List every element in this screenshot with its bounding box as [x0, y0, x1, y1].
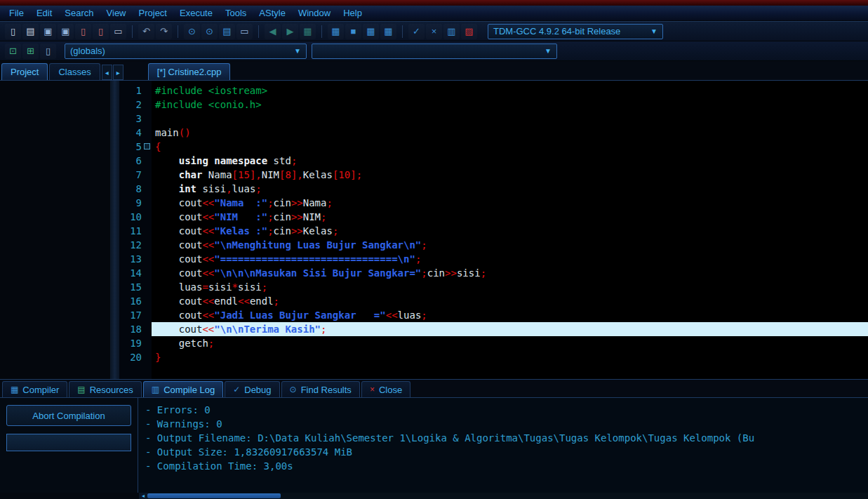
- gutter-line[interactable]: 1: [119, 84, 152, 98]
- tab-scroll-left-button[interactable]: ◂: [102, 65, 112, 80]
- menu-item-edit[interactable]: Edit: [30, 6, 58, 20]
- gutter-line[interactable]: 9: [119, 196, 152, 210]
- print-button[interactable]: ▭: [110, 24, 126, 39]
- fold-marker-icon[interactable]: [144, 143, 150, 149]
- gutter-line[interactable]: 20: [119, 350, 152, 364]
- code-line[interactable]: using namespace std;: [152, 154, 868, 168]
- abort-button[interactable]: ×: [426, 24, 442, 39]
- code-line[interactable]: cout<<"Nama :";cin>>Nama;: [152, 196, 868, 210]
- code-area[interactable]: #include <iostream>#include <conio.h>mai…: [152, 81, 868, 379]
- code-line[interactable]: cout<<endl<<endl;: [152, 294, 868, 308]
- code-line[interactable]: cout<<"NIM :";cin>>NIM;: [152, 210, 868, 224]
- menu-item-file[interactable]: File: [3, 6, 30, 20]
- code-line[interactable]: cout<<"\n\nTerima Kasih";: [152, 322, 868, 336]
- history-button[interactable]: ▦: [300, 24, 316, 39]
- gutter-line[interactable]: 13: [119, 252, 152, 266]
- code-line[interactable]: cout<<"Jadi Luas Bujur Sangkar ="<<luas;: [152, 308, 868, 322]
- save-button[interactable]: ▣: [40, 24, 56, 39]
- code-line[interactable]: #include <conio.h>: [152, 98, 868, 112]
- tab-close[interactable]: ×Close: [361, 381, 410, 397]
- tab-compiler[interactable]: ▦Compiler: [2, 381, 67, 397]
- find-in-files-button[interactable]: ▤: [219, 24, 235, 39]
- insert-button[interactable]: ⊡: [5, 44, 21, 59]
- gutter-line[interactable]: 16: [119, 294, 152, 308]
- tab-scroll-right-button[interactable]: ▸: [113, 65, 123, 80]
- save-all-button[interactable]: ▣: [58, 24, 74, 39]
- gutter-line[interactable]: 7: [119, 168, 152, 182]
- gutter-line[interactable]: 3: [119, 112, 152, 126]
- print-file-button[interactable]: ▭: [236, 24, 253, 39]
- code-line[interactable]: cout<<"\nMenghitung Luas Bujur Sangkar\n…: [152, 238, 868, 252]
- sidebar-scrollbar[interactable]: [111, 81, 119, 379]
- menu-item-search[interactable]: Search: [58, 6, 100, 20]
- tab-compile-log[interactable]: ▥Compile Log: [143, 381, 223, 397]
- menu-item-view[interactable]: View: [100, 6, 133, 20]
- replace-button[interactable]: ⊙: [201, 24, 218, 39]
- tab-classes[interactable]: Classes: [49, 63, 100, 80]
- compiler-select[interactable]: TDM-GCC 4.9.2 64-bit Release ▼: [488, 24, 663, 39]
- forward-button[interactable]: ▶: [282, 24, 298, 39]
- close-file-button[interactable]: ▯: [75, 24, 91, 39]
- find-button[interactable]: ⊙: [184, 24, 200, 39]
- code-line[interactable]: }: [152, 350, 868, 364]
- abort-compilation-button[interactable]: Abort Compilation: [6, 405, 131, 426]
- code-line[interactable]: char Nama[15],NIM[8],Kelas[10];: [152, 168, 868, 182]
- back-button[interactable]: ◀: [265, 24, 281, 39]
- gutter-line[interactable]: 11: [119, 224, 152, 238]
- code-line[interactable]: int sisi,luas;: [152, 182, 868, 196]
- gutter-line[interactable]: 18: [119, 322, 152, 336]
- menu-item-execute[interactable]: Execute: [173, 6, 219, 20]
- code-line[interactable]: getch;: [152, 336, 868, 350]
- compile-button[interactable]: ▦: [328, 24, 344, 39]
- gutter-line[interactable]: 19: [119, 336, 152, 350]
- code-line[interactable]: luas=sisi*sisi;: [152, 280, 868, 294]
- code-line[interactable]: [152, 112, 868, 126]
- code-line[interactable]: cout<<"Kelas :";cin>>Kelas;: [152, 224, 868, 238]
- compile-run-button[interactable]: ▦: [363, 24, 379, 39]
- gutter-line[interactable]: 10: [119, 210, 152, 224]
- run-button[interactable]: ■: [345, 24, 361, 39]
- debug-button[interactable]: ✓: [408, 24, 425, 39]
- tab-find-results[interactable]: ⊙Find Results: [281, 381, 360, 397]
- close-all-button[interactable]: ▯: [93, 24, 109, 39]
- tab-debug[interactable]: ✓Debug: [225, 381, 279, 397]
- members-select[interactable]: ▼: [312, 44, 557, 59]
- gutter-line[interactable]: 8: [119, 182, 152, 196]
- menu-item-help[interactable]: Help: [337, 6, 368, 20]
- menu-item-tools[interactable]: Tools: [219, 6, 253, 20]
- log-horizontal-scrollbar[interactable]: ◂: [0, 493, 868, 499]
- toggle-bookmark-button[interactable]: ⊞: [22, 44, 39, 59]
- project-panel[interactable]: [0, 81, 111, 379]
- redo-button[interactable]: ↷: [156, 24, 172, 39]
- gutter-line[interactable]: 14: [119, 266, 152, 280]
- code-line[interactable]: cout<<"==============================\n"…: [152, 252, 868, 266]
- open-file-button[interactable]: ▤: [22, 24, 39, 39]
- gutter-line[interactable]: 5: [119, 140, 152, 154]
- gutter-line[interactable]: 4: [119, 126, 152, 140]
- code-line[interactable]: main(): [152, 126, 868, 140]
- goto-bookmark-button[interactable]: ▯: [40, 44, 56, 59]
- scroll-left-arrow-icon[interactable]: ◂: [139, 493, 147, 499]
- undo-button[interactable]: ↶: [138, 24, 154, 39]
- gutter-line[interactable]: 2: [119, 98, 152, 112]
- profile-button[interactable]: ▥: [443, 24, 460, 39]
- globals-select[interactable]: (globals) ▼: [65, 44, 307, 59]
- scrollbar-track[interactable]: [147, 493, 868, 499]
- code-editor[interactable]: 1234567891011121314151617181920 #include…: [119, 81, 868, 379]
- gutter-line[interactable]: 6: [119, 154, 152, 168]
- code-line[interactable]: cout<<"\n\n\nMasukan Sisi Bujur Sangkar=…: [152, 266, 868, 280]
- delete-profiling-button[interactable]: ▨: [461, 24, 477, 39]
- tab-project[interactable]: Project: [1, 63, 48, 80]
- menu-item-astyle[interactable]: AStyle: [253, 6, 292, 20]
- gutter-line[interactable]: 17: [119, 308, 152, 322]
- scrollbar-thumb[interactable]: [147, 493, 281, 498]
- gutter-line[interactable]: 15: [119, 280, 152, 294]
- gutter-line[interactable]: 12: [119, 238, 152, 252]
- menu-item-window[interactable]: Window: [292, 6, 337, 20]
- new-file-button[interactable]: ▯: [5, 24, 21, 39]
- rebuild-button[interactable]: ▦: [380, 24, 396, 39]
- menu-item-project[interactable]: Project: [133, 6, 173, 20]
- code-line[interactable]: #include <iostream>: [152, 84, 868, 98]
- code-line[interactable]: {: [152, 140, 868, 154]
- tab-resources[interactable]: ▤Resources: [69, 381, 141, 397]
